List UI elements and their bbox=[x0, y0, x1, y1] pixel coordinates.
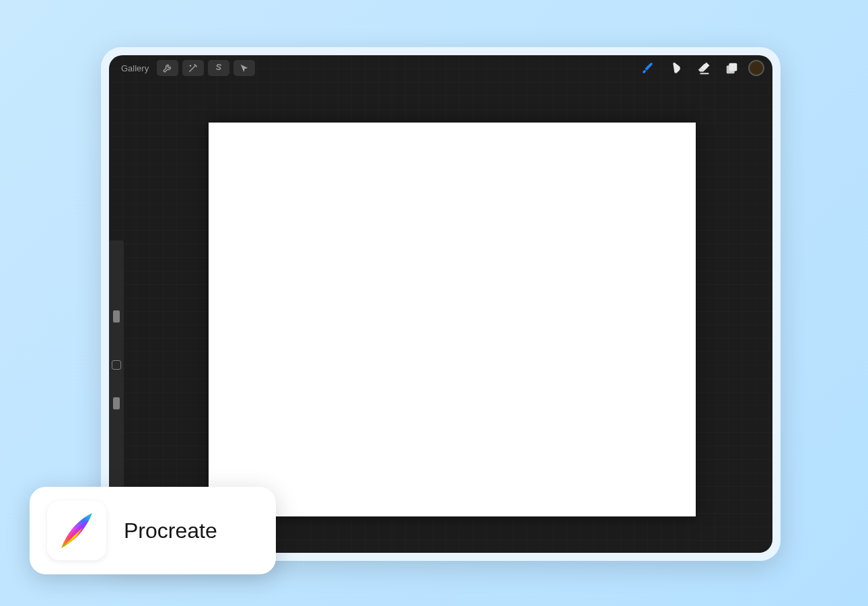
brush-size-thumb[interactable] bbox=[113, 310, 120, 323]
eraser-icon bbox=[696, 61, 711, 75]
tablet-frame: Gallery bbox=[101, 47, 781, 561]
top-toolbar: Gallery bbox=[109, 55, 772, 81]
wand-icon bbox=[188, 63, 198, 73]
actions-button[interactable] bbox=[157, 60, 178, 76]
adjustments-button[interactable] bbox=[182, 60, 204, 76]
app-badge: Procreate bbox=[30, 487, 276, 574]
app-name-label: Procreate bbox=[124, 518, 217, 543]
left-sidebar bbox=[109, 240, 124, 490]
eraser-tool-button[interactable] bbox=[692, 59, 716, 77]
brush-opacity-slider[interactable] bbox=[115, 375, 118, 485]
svg-rect-1 bbox=[727, 65, 735, 73]
toolbar-left-group: Gallery bbox=[117, 60, 255, 76]
selection-button[interactable] bbox=[208, 60, 229, 76]
gallery-button[interactable]: Gallery bbox=[117, 61, 153, 76]
selection-s-icon bbox=[213, 63, 224, 73]
smudge-tool-button[interactable] bbox=[663, 59, 688, 77]
layers-icon bbox=[725, 61, 739, 75]
transform-button[interactable] bbox=[233, 60, 255, 76]
canvas[interactable] bbox=[209, 123, 696, 516]
toolbar-right-group bbox=[635, 59, 764, 77]
modify-button[interactable] bbox=[112, 360, 121, 370]
brush-size-slider[interactable] bbox=[115, 244, 118, 355]
brush-icon bbox=[640, 61, 655, 75]
color-picker-button[interactable] bbox=[748, 60, 764, 76]
procreate-app-window: Gallery bbox=[109, 55, 772, 553]
brush-opacity-thumb[interactable] bbox=[113, 397, 120, 409]
procreate-app-icon bbox=[47, 501, 106, 560]
wrench-icon bbox=[162, 63, 173, 73]
layers-button[interactable] bbox=[720, 59, 744, 77]
brush-tool-button[interactable] bbox=[635, 59, 659, 77]
arrow-cursor-icon bbox=[239, 63, 250, 73]
smudge-icon bbox=[668, 61, 683, 75]
